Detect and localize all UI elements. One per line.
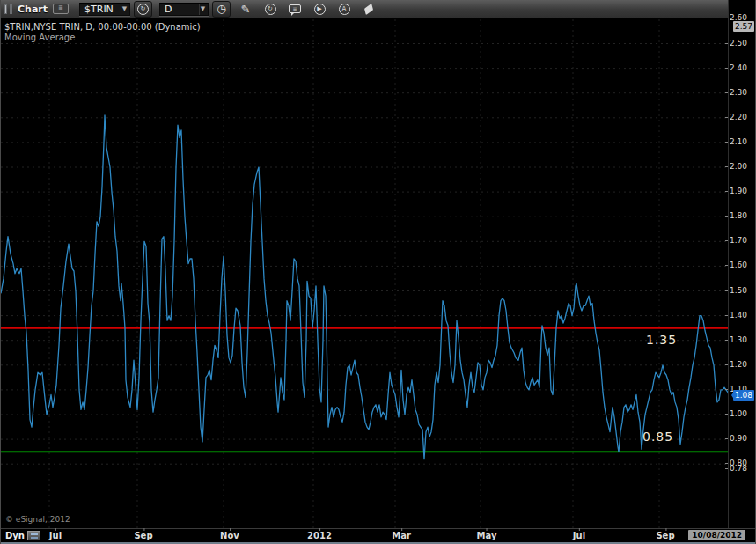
trendline-value-annotation: 1.35 xyxy=(646,333,677,347)
x-axis-month-label: Jul xyxy=(573,531,585,540)
last-price-tag: 1.08 xyxy=(733,390,754,401)
y-axis-tick-label: 1.00 xyxy=(730,409,753,419)
x-axis-month-label: 2012 xyxy=(307,531,332,540)
x-axis-month-label: Mar xyxy=(392,531,411,540)
y-axis-tick-label: 0.90 xyxy=(730,434,753,444)
time-template-button[interactable] xyxy=(27,531,40,540)
high-price-tag: 2.57 xyxy=(733,21,754,32)
x-axis-month-label: Sep xyxy=(134,531,152,540)
time-template-label: Dyn xyxy=(5,531,25,540)
y-axis-tick-label: 1.50 xyxy=(730,286,753,296)
y-axis-tick-label: 2.10 xyxy=(730,137,753,147)
y-axis-tick-label: 0.78 xyxy=(730,464,753,474)
y-axis-tick-label: 2.00 xyxy=(730,162,753,172)
y-axis-tick-label: 1.60 xyxy=(730,261,753,270)
y-axis-tick-label: 1.30 xyxy=(730,335,753,345)
y-axis-tick-label: 1.70 xyxy=(730,236,753,246)
y-axis-tick-label: 1.40 xyxy=(730,311,753,320)
price-chart-svg[interactable] xyxy=(1,19,730,528)
x-axis-month-label: Sep xyxy=(656,531,674,540)
trendline-value-annotation: 0.85 xyxy=(642,430,673,444)
chart-plot-area[interactable]: $TRIN,NYSE TRIN, D, 00:00-00:00 (Dynamic… xyxy=(1,0,730,528)
y-axis-tick-label: 2.40 xyxy=(730,63,753,73)
y-axis-tick-label: 2.20 xyxy=(730,113,753,122)
chart-symbol-overlay: $TRIN,NYSE TRIN, D, 00:00-00:00 (Dynamic… xyxy=(4,22,201,32)
y-axis-tick-label: 1.90 xyxy=(730,187,753,196)
x-axis-month-label: May xyxy=(477,531,497,540)
copyright-text: © eSignal, 2012 xyxy=(5,515,70,524)
x-axis-month-label: Jul xyxy=(49,531,62,540)
y-axis-tick-label: 1.80 xyxy=(730,211,753,221)
x-axis-month-label: Nov xyxy=(220,531,239,540)
y-axis-tick-label: 2.30 xyxy=(730,88,753,98)
y-axis-tick-label: 1.20 xyxy=(730,360,753,370)
y-axis-tick-label: 2.50 xyxy=(730,39,753,48)
last-date-tag: 10/08/2012 xyxy=(688,530,745,540)
date-axis[interactable]: Dyn JulSepNov2012MarMayJulSep 10/08/2012 xyxy=(1,528,756,542)
chart-window: Chart ≣ $TRIN ▼ ↻ D ▼ ◷ ✎ ↻ ≡ ▶ A $TRIN,… xyxy=(0,0,756,544)
price-axis[interactable]: 2.602.502.402.302.202.102.001.901.801.70… xyxy=(728,0,755,528)
chart-indicator-overlay: Moving Average xyxy=(4,33,75,42)
